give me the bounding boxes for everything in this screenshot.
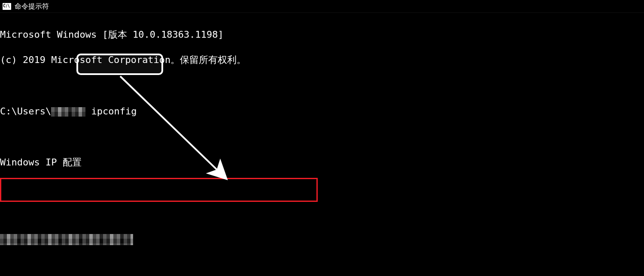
command-text: ipconfig xyxy=(91,106,137,117)
ipconfig-heading: Windows IP 配置 xyxy=(0,156,644,169)
redacted-username xyxy=(51,107,85,117)
prompt-prefix: C:\Users\ xyxy=(0,106,51,117)
blank xyxy=(0,130,644,143)
redacted-adapter-name xyxy=(0,234,133,245)
adapter-header-redacted xyxy=(0,233,644,246)
window-title: 命令提示符 xyxy=(15,2,49,11)
banner-line-2: (c) 2019 Microsoft Corporation。保留所有权利。 xyxy=(0,54,644,66)
window-titlebar[interactable]: 命令提示符 xyxy=(0,0,644,13)
blank xyxy=(0,207,644,220)
banner-line-1: Microsoft Windows [版本 10.0.18363.1198] xyxy=(0,28,644,41)
blank xyxy=(0,258,644,271)
terminal-output[interactable]: Microsoft Windows [版本 10.0.18363.1198] (… xyxy=(0,13,644,276)
cmd-icon xyxy=(3,3,11,10)
prompt-line: C:\Users\ ipconfig xyxy=(0,105,644,118)
blank xyxy=(0,182,644,195)
blank xyxy=(0,79,644,92)
